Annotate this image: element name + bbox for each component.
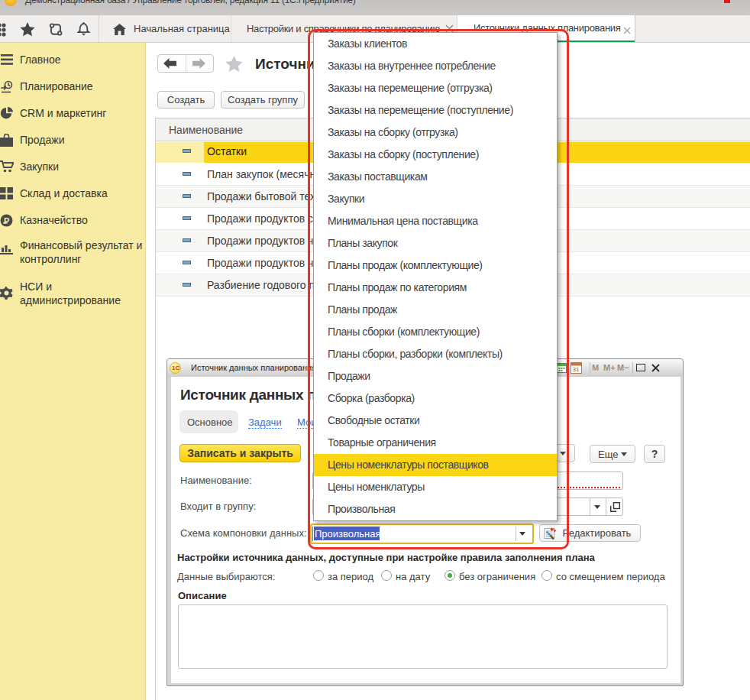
- svg-text:Р: Р: [4, 216, 9, 225]
- svg-text:31: 31: [573, 366, 580, 373]
